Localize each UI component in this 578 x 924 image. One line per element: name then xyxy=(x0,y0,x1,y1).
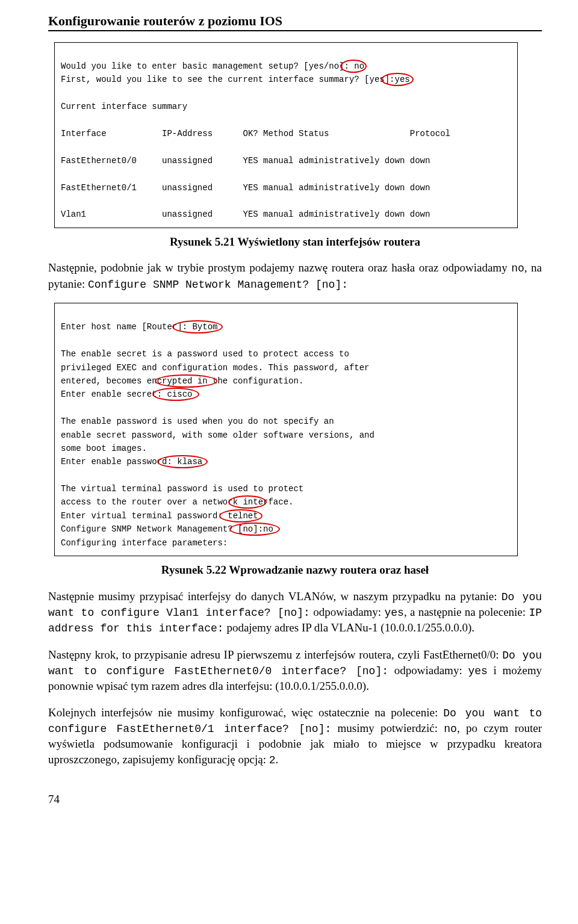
inline-code: 2 xyxy=(269,754,276,766)
terminal-output-2: Enter host name [Router]: Bytom The enab… xyxy=(61,307,511,550)
terminal-output-1: Would you like to enter basic management… xyxy=(61,46,511,222)
term-line: entered, becomes enc xyxy=(61,376,162,386)
text: . xyxy=(275,753,278,766)
term-line: The enable secret is a password used to … xyxy=(61,349,349,359)
inline-code: no xyxy=(444,723,457,735)
term-line: terface. xyxy=(253,497,293,507)
term-col: IP-Address xyxy=(162,129,213,138)
term-cell: YES manual administratively down down xyxy=(243,209,430,219)
term-line: access to the router over a networ xyxy=(61,497,233,507)
term-cell: Vlan1 xyxy=(61,209,86,219)
paragraph-3: Następny krok, to przypisanie adresu IP … xyxy=(48,647,542,694)
term-line: Current interface summary xyxy=(61,102,187,111)
term-cell: YES manual administratively down down xyxy=(243,183,430,193)
term-line: privileged EXEC and configuration modes.… xyxy=(61,363,369,373)
term-cell: unassigned xyxy=(162,209,213,219)
text: Następnie, podobnie jak w trybie prostym… xyxy=(48,261,511,274)
term-line: First, would you like to see the current… xyxy=(61,75,385,84)
inline-code: yes xyxy=(384,607,403,619)
term-col: Interface xyxy=(61,129,107,138)
page-header: Konfigurowanie routerów z poziomu IOS xyxy=(48,12,542,31)
text: odpowiadamy: xyxy=(388,664,468,677)
term-highlight: : no xyxy=(344,61,364,71)
figure-caption-2: Rysunek 5.22 Wprowadzanie nazwy routera … xyxy=(48,562,542,578)
term-col: Protocol xyxy=(410,129,450,138)
term-cell: YES manual administratively down down xyxy=(243,156,430,166)
paragraph-2: Następnie musimy przypisać interfejsy do… xyxy=(48,589,542,636)
figure-box-1: Would you like to enter basic management… xyxy=(54,42,518,228)
text: Następnie musimy przypisać interfejsy do… xyxy=(48,590,502,603)
inline-code: yes xyxy=(468,665,487,677)
term-highlight: [no]:no xyxy=(233,524,273,534)
figure-caption-1: Rysunek 5.21 Wyświetlony stan interfejsó… xyxy=(48,234,542,250)
term-highlight: d: klasa xyxy=(162,457,202,467)
term-highlight: telnet xyxy=(223,511,258,521)
term-line: the configuration. xyxy=(208,376,304,386)
term-line: Configuring interface parameters: xyxy=(61,538,228,548)
term-cell: FastEthernet0/0 xyxy=(61,156,137,166)
paragraph-1: Następnie, podobnie jak w trybie prostym… xyxy=(48,260,542,292)
text: Następny krok, to przypisanie adresu IP … xyxy=(48,648,502,661)
text: Kolejnych interfejsów nie musimy konfigu… xyxy=(48,706,443,719)
term-cell: unassigned xyxy=(162,183,213,193)
text: podajemy adres IP dla VLANu-1 (10.0.0.1/… xyxy=(224,621,474,634)
term-line: rypted in xyxy=(162,376,208,386)
term-line: Enter host name [Router xyxy=(61,322,177,332)
term-highlight: ]:yes xyxy=(385,75,410,84)
term-line: enable secret password, with some older … xyxy=(61,430,374,440)
paragraph-4: Kolejnych interfejsów nie musimy konfigu… xyxy=(48,705,542,768)
figure-box-2: Enter host name [Router]: Bytom The enab… xyxy=(54,303,518,556)
page-number: 74 xyxy=(48,792,542,807)
text: odpowiadamy: xyxy=(310,606,385,618)
term-line: Enter enable secret xyxy=(61,389,157,399)
term-col: OK? Method Status xyxy=(243,129,329,138)
term-line: some boot images. xyxy=(61,444,147,453)
term-highlight: ]: Bytom xyxy=(177,322,217,332)
header-title: Konfigurowanie routerów z poziomu IOS xyxy=(48,13,282,28)
term-line: k in xyxy=(233,497,253,507)
term-line: Configure SNMP Network Management? xyxy=(61,524,233,534)
term-line: The virtual terminal password is used to… xyxy=(61,484,303,494)
term-line: Would you like to enter basic management… xyxy=(61,61,344,71)
inline-code: Configure SNMP Network Management? [no]: xyxy=(88,279,348,291)
term-line: Enter virtual terminal password: xyxy=(61,511,223,521)
term-cell: unassigned xyxy=(162,156,213,166)
text: musimy potwierdzić: xyxy=(331,722,444,734)
text: , a następnie na polecenie: xyxy=(404,606,529,618)
term-cell: FastEthernet0/1 xyxy=(61,183,137,193)
term-line: Enter enable passwor xyxy=(61,457,162,467)
inline-code: no xyxy=(511,262,524,274)
term-highlight: : cisco xyxy=(157,389,193,399)
term-line: The enable password is used when you do … xyxy=(61,417,334,426)
